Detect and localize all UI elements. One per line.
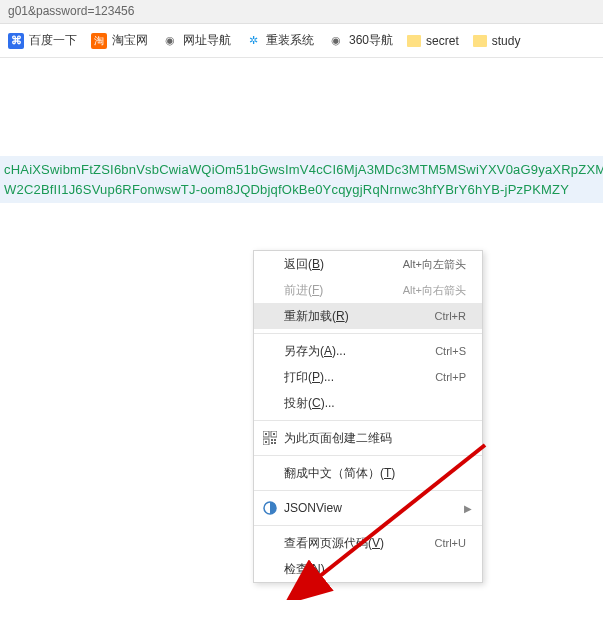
context-menu: 返回(B) Alt+向左箭头 前进(F) Alt+向右箭头 重新加载(R) Ct… xyxy=(253,250,483,583)
svg-rect-6 xyxy=(271,439,273,441)
reinstall-icon: ✲ xyxy=(245,33,261,49)
menu-save-as[interactable]: 另存为(A)... Ctrl+S xyxy=(254,338,482,364)
menu-shortcut: Alt+向右箭头 xyxy=(403,283,466,298)
bookmark-secret[interactable]: secret xyxy=(407,34,459,48)
url-text: g01&password=123456 xyxy=(8,4,134,18)
json-response-text: cHAiXSwibmFtZSI6bnVsbCwiaWQiOm51bGwsImV4… xyxy=(0,156,603,203)
bookmark-study[interactable]: study xyxy=(473,34,521,48)
menu-cast[interactable]: 投射(C)... xyxy=(254,390,482,416)
svg-rect-1 xyxy=(265,433,267,435)
menu-jsonview[interactable]: JSONView ▶ xyxy=(254,495,482,521)
svg-rect-8 xyxy=(271,442,273,444)
menu-translate[interactable]: 翻成中文（简体）(T) xyxy=(254,460,482,486)
bookmark-taobao[interactable]: 淘 淘宝网 xyxy=(91,32,148,49)
bookmark-label: 重装系统 xyxy=(266,32,314,49)
menu-separator xyxy=(254,333,482,334)
menu-label: 查看网页源代码(V) xyxy=(284,535,435,552)
menu-label: 重新加载(R) xyxy=(284,308,435,325)
submenu-arrow-icon: ▶ xyxy=(464,503,472,514)
folder-icon xyxy=(407,35,421,47)
taobao-icon: 淘 xyxy=(91,33,107,49)
menu-separator xyxy=(254,455,482,456)
json-line: W2C2BfII1J6SVup6RFonwswTJ-oom8JQDbjqfOkB… xyxy=(4,180,599,200)
svg-rect-3 xyxy=(273,433,275,435)
menu-shortcut: Ctrl+U xyxy=(435,537,466,549)
bookmark-label: 淘宝网 xyxy=(112,32,148,49)
menu-shortcut: Ctrl+P xyxy=(435,371,466,383)
menu-shortcut: Alt+向左箭头 xyxy=(403,257,466,272)
jsonview-icon xyxy=(262,500,278,516)
menu-label: 投射(C)... xyxy=(284,395,466,412)
menu-separator xyxy=(254,490,482,491)
qr-icon xyxy=(262,430,278,446)
bookmark-label: 网址导航 xyxy=(183,32,231,49)
baidu-icon: ⌘ xyxy=(8,33,24,49)
menu-forward: 前进(F) Alt+向右箭头 xyxy=(254,277,482,303)
menu-label: JSONView xyxy=(284,501,466,515)
menu-label: 翻成中文（简体）(T) xyxy=(284,465,466,482)
menu-separator xyxy=(254,525,482,526)
menu-label: 检查(N) xyxy=(284,561,466,578)
globe-icon: ◉ xyxy=(328,33,344,49)
globe-icon: ◉ xyxy=(162,33,178,49)
menu-separator xyxy=(254,420,482,421)
bookmark-reinstall[interactable]: ✲ 重装系统 xyxy=(245,32,314,49)
menu-inspect[interactable]: 检查(N) xyxy=(254,556,482,582)
menu-label: 前进(F) xyxy=(284,282,403,299)
menu-label: 另存为(A)... xyxy=(284,343,435,360)
svg-rect-7 xyxy=(274,439,276,441)
bookmark-bar: ⌘ 百度一下 淘 淘宝网 ◉ 网址导航 ✲ 重装系统 ◉ 360导航 secre… xyxy=(0,24,603,58)
menu-back[interactable]: 返回(B) Alt+向左箭头 xyxy=(254,251,482,277)
folder-icon xyxy=(473,35,487,47)
menu-label: 打印(P)... xyxy=(284,369,435,386)
bookmark-label: 百度一下 xyxy=(29,32,77,49)
url-bar[interactable]: g01&password=123456 xyxy=(0,0,603,24)
menu-shortcut: Ctrl+R xyxy=(435,310,466,322)
menu-shortcut: Ctrl+S xyxy=(435,345,466,357)
svg-rect-9 xyxy=(274,442,276,444)
page-content: cHAiXSwibmFtZSI6bnVsbCwiaWQiOm51bGwsImV4… xyxy=(0,156,603,203)
menu-label: 返回(B) xyxy=(284,256,403,273)
bookmark-nav[interactable]: ◉ 网址导航 xyxy=(162,32,231,49)
bookmark-label: 360导航 xyxy=(349,32,393,49)
bookmark-360[interactable]: ◉ 360导航 xyxy=(328,32,393,49)
bookmark-label: study xyxy=(492,34,521,48)
menu-label: 为此页面创建二维码 xyxy=(284,430,466,447)
menu-view-source[interactable]: 查看网页源代码(V) Ctrl+U xyxy=(254,530,482,556)
menu-qrcode[interactable]: 为此页面创建二维码 xyxy=(254,425,482,451)
svg-rect-5 xyxy=(265,441,267,443)
bookmark-label: secret xyxy=(426,34,459,48)
menu-print[interactable]: 打印(P)... Ctrl+P xyxy=(254,364,482,390)
json-line: cHAiXSwibmFtZSI6bnVsbCwiaWQiOm51bGwsImV4… xyxy=(4,160,599,180)
menu-reload[interactable]: 重新加载(R) Ctrl+R xyxy=(254,303,482,329)
bookmark-baidu[interactable]: ⌘ 百度一下 xyxy=(8,32,77,49)
